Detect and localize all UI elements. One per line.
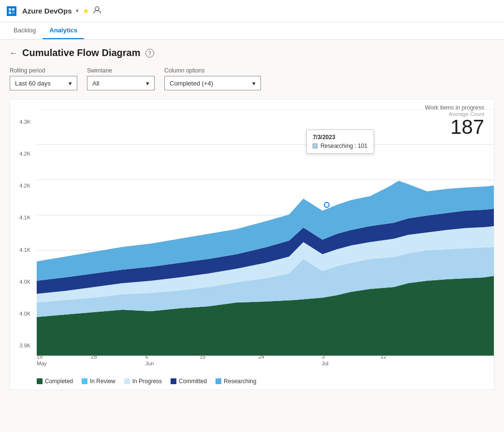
- legend-item-committed: Committed: [171, 378, 207, 385]
- legend-label-completed: Completed: [45, 378, 73, 385]
- x-tick-3: 3: [322, 354, 325, 360]
- legend-label-committed: Committed: [179, 378, 207, 385]
- y-label: 3.9K: [19, 343, 30, 348]
- y-label: 4.1K: [19, 215, 30, 220]
- swimlane-select[interactable]: All ▾: [87, 76, 155, 90]
- legend-item-inreview: In Review: [82, 378, 115, 385]
- legend-item-completed: Completed: [37, 378, 73, 385]
- chart-svg: 7/3/2023 Researching : 101: [37, 109, 494, 360]
- nav-tabs: Backlog Analytics: [0, 22, 504, 40]
- person-icon[interactable]: [93, 6, 101, 16]
- title-bar: ← Cumulative Flow Diagram ?: [10, 47, 494, 58]
- svg-point-19: [324, 202, 329, 207]
- legend-color-completed: [37, 378, 43, 384]
- favorite-icon[interactable]: ★: [83, 7, 89, 15]
- x-tick-6: 6: [145, 354, 148, 360]
- y-label: 4.2K: [19, 183, 30, 188]
- legend: Completed In Review In Progress Committe…: [10, 373, 494, 387]
- legend-item-researching: Researching: [216, 378, 256, 385]
- filters-row: Rolling period Last 60 days ▾ Swimlane A…: [10, 67, 494, 90]
- y-label: 4.2K: [19, 151, 30, 157]
- x-axis: 19 May 28 6 Jun 15 24 3 Jul 12: [37, 354, 489, 369]
- swimlane-filter: Swimlane All ▾: [87, 67, 155, 90]
- help-icon[interactable]: ?: [145, 49, 154, 58]
- legend-color-inreview: [82, 378, 87, 384]
- legend-label-inprogress: In Progress: [132, 378, 162, 385]
- legend-label-researching: Researching: [224, 378, 256, 385]
- chevron-down-icon: ▾: [69, 80, 72, 87]
- y-label: 4.1K: [19, 247, 30, 253]
- x-month-jul: Jul: [322, 360, 329, 366]
- back-button[interactable]: ←: [10, 49, 17, 58]
- svg-rect-4: [12, 12, 14, 14]
- y-label: 4.3K: [19, 119, 30, 125]
- x-tick-12: 12: [380, 354, 386, 360]
- app-name[interactable]: Azure DevOps: [22, 7, 72, 15]
- tab-backlog[interactable]: Backlog: [7, 22, 43, 39]
- svg-rect-3: [9, 12, 11, 14]
- y-label: 4.0K: [19, 311, 30, 317]
- x-month-jun: Jun: [145, 360, 154, 366]
- tab-analytics[interactable]: Analytics: [43, 22, 84, 39]
- column-options-filter: Column options Completed (+4) ▾: [164, 67, 261, 90]
- chevron-down-icon: ▾: [252, 80, 256, 87]
- x-tick-19: 19: [37, 354, 43, 360]
- rolling-period-select[interactable]: Last 60 days ▾: [10, 76, 77, 90]
- page-content: ← Cumulative Flow Diagram ? Rolling peri…: [0, 40, 504, 432]
- y-label: 4.0K: [19, 279, 30, 285]
- x-tick-15: 15: [200, 354, 205, 360]
- column-options-select[interactable]: Completed (+4) ▾: [164, 76, 261, 90]
- page-title: Cumulative Flow Diagram: [22, 47, 141, 58]
- chevron-icon[interactable]: ▾: [76, 8, 79, 14]
- rolling-period-filter: Rolling period Last 60 days ▾: [10, 67, 77, 90]
- legend-color-committed: [171, 378, 176, 384]
- x-month-may: May: [37, 360, 47, 366]
- top-bar: Azure DevOps ▾ ★: [0, 0, 504, 22]
- column-options-label: Column options: [164, 67, 261, 74]
- svg-point-5: [95, 7, 99, 11]
- chart-area: Work items in progress Average Count 187…: [10, 99, 494, 390]
- legend-color-inprogress: [124, 378, 130, 384]
- x-tick-28: 28: [91, 354, 97, 360]
- swimlane-label: Swimlane: [87, 67, 155, 74]
- legend-color-researching: [216, 378, 221, 384]
- chevron-down-icon: ▾: [146, 80, 149, 87]
- app-icon: [7, 6, 16, 16]
- svg-rect-1: [9, 8, 11, 11]
- legend-label-inreview: In Review: [90, 378, 115, 385]
- y-axis: 4.3K 4.2K 4.2K 4.1K 4.1K 4.0K 4.0K 3.9K: [10, 119, 34, 348]
- rolling-period-label: Rolling period: [10, 67, 77, 74]
- legend-item-inprogress: In Progress: [124, 378, 162, 385]
- x-tick-24: 24: [259, 354, 264, 360]
- svg-rect-2: [12, 8, 14, 11]
